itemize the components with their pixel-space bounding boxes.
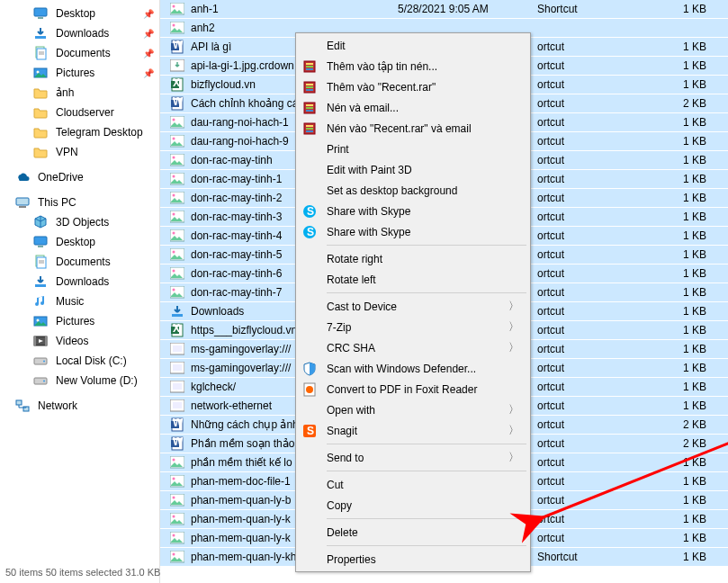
- file-row[interactable]: anh-15/28/2021 9:05 AMShortcut1 KB: [160, 0, 728, 19]
- menu-item-rotate-right[interactable]: Rotate right: [298, 248, 528, 269]
- img-icon: [169, 455, 185, 470]
- svg-rect-70: [173, 364, 182, 371]
- menu-item-send-to[interactable]: Send to〉: [298, 447, 528, 468]
- menu-item-rotate-left[interactable]: Rotate left: [298, 269, 528, 290]
- tree-item-new-volume-d-[interactable]: New Volume (D:): [5, 371, 159, 390]
- menu-item-convert-to-pdf-in-foxit-reader[interactable]: Convert to PDF in Foxit Reader: [298, 379, 528, 399]
- context-menu: EditThêm vào tập tin nén...Thêm vào "Rec…: [295, 32, 531, 572]
- img-icon: [169, 474, 185, 489]
- word-icon: W: [169, 436, 185, 451]
- menu-label: Cut: [327, 479, 519, 491]
- word-icon: W: [169, 96, 185, 111]
- menu-item-cast-to-device[interactable]: Cast to Device〉: [298, 296, 528, 317]
- menu-item-n-n-v-email-[interactable]: Nén và email...: [298, 97, 528, 118]
- menu-label: Rotate right: [327, 253, 519, 265]
- tree-item-telegram-desktop[interactable]: Telegram Desktop: [5, 122, 159, 142]
- blank-icon: [300, 297, 319, 317]
- tree-item-3d-objects[interactable]: 3D Objects: [5, 212, 159, 232]
- svg-rect-27: [16, 400, 22, 405]
- tree-item-pictures[interactable]: Pictures: [5, 311, 159, 331]
- menu-item-crc-sha[interactable]: CRC SHA〉: [298, 337, 528, 358]
- chevron-right-icon: 〉: [508, 450, 519, 465]
- chevron-right-icon: 〉: [508, 402, 519, 417]
- rar-icon: [300, 57, 319, 76]
- snagit-icon: S: [300, 421, 319, 441]
- svg-rect-1: [38, 17, 43, 19]
- menu-item-7-zip[interactable]: 7-Zip〉: [298, 317, 528, 337]
- svg-rect-0: [34, 8, 47, 16]
- file-size: 1 KB: [627, 532, 728, 544]
- svg-rect-103: [306, 107, 313, 109]
- pin-icon: 📌: [143, 68, 154, 78]
- tree-item-music[interactable]: Music: [5, 292, 159, 311]
- blank-icon: [300, 181, 319, 201]
- file-type: ortcut: [537, 59, 627, 72]
- menu-item-edit[interactable]: Edit: [298, 35, 528, 56]
- menu-item-th-m-v-o-t-p-tin-n-n-[interactable]: Thêm vào tập tin nén...: [298, 56, 528, 76]
- tree-item-downloads[interactable]: Downloads📌: [5, 23, 159, 43]
- svg-point-90: [173, 534, 175, 537]
- chevron-right-icon: 〉: [508, 423, 519, 438]
- menu-label: CRC SHA: [327, 342, 508, 354]
- drive-icon: [32, 372, 49, 389]
- downloads-icon: [32, 25, 49, 41]
- menu-separator: [327, 292, 526, 293]
- img-icon: [169, 512, 185, 526]
- svg-rect-2: [35, 36, 46, 39]
- videos-icon: [32, 333, 49, 349]
- file-type: ortcut: [537, 211, 627, 223]
- link-icon: [169, 399, 185, 413]
- img-icon: [169, 493, 185, 507]
- nav-tree: Desktop📌Downloads📌Documents📌Pictures📌ảnh…: [0, 0, 160, 583]
- file-size: 1 KB: [627, 305, 728, 318]
- menu-label: Copy: [327, 499, 519, 512]
- menu-item-scan-with-windows-defender-[interactable]: Scan with Windows Defender...: [298, 358, 528, 379]
- svg-point-54: [173, 213, 175, 216]
- tree-item-downloads[interactable]: Downloads: [5, 272, 159, 292]
- tree-item-documents[interactable]: Documents: [5, 252, 159, 272]
- menu-label: Send to: [327, 452, 508, 464]
- menu-label: Nén vào "Recent.rar" và email: [327, 122, 519, 135]
- tree-thispc[interactable]: This PC: [5, 193, 159, 212]
- menu-item-th-m-v-o-recent-rar-[interactable]: Thêm vào "Recent.rar": [298, 76, 528, 97]
- menu-label: Rotate left: [327, 274, 519, 286]
- tree-item-desktop[interactable]: Desktop📌: [5, 4, 159, 23]
- file-size: 1 KB: [627, 324, 728, 336]
- pictures-icon: [32, 313, 49, 329]
- svg-rect-108: [306, 130, 313, 132]
- file-type: ortcut: [537, 135, 627, 148]
- file-list[interactable]: anh-15/28/2021 9:05 AMShortcut1 KBanh2WA…: [160, 0, 728, 583]
- tree-item-desktop[interactable]: Desktop: [5, 232, 159, 252]
- menu-item-cut[interactable]: Cut: [298, 474, 528, 495]
- documents-icon: [32, 45, 49, 61]
- file-date: 5/28/2021 9:05 AM: [398, 3, 537, 15]
- tree-item-vpn[interactable]: VPN: [5, 142, 159, 162]
- tree-item-cloudserver[interactable]: Cloudserver: [5, 103, 159, 122]
- menu-separator: [327, 245, 526, 246]
- menu-item-delete[interactable]: Delete: [298, 522, 528, 543]
- tree-item-local-disk-c-[interactable]: Local Disk (C:): [5, 351, 159, 371]
- tree-item-documents[interactable]: Documents📌: [5, 43, 159, 63]
- menu-item-print[interactable]: Print: [298, 139, 528, 159]
- word-icon: W: [169, 40, 185, 54]
- blank-icon: [300, 270, 319, 290]
- menu-item-snagit[interactable]: SSnagit〉: [298, 420, 528, 441]
- menu-item-share-with-skype[interactable]: SShare with Skype: [298, 201, 528, 221]
- menu-item-set-as-desktop-background[interactable]: Set as desktop background: [298, 180, 528, 201]
- chevron-right-icon: 〉: [508, 340, 519, 355]
- tree-item--nh[interactable]: ảnh: [5, 83, 159, 103]
- rar-icon: [300, 77, 319, 97]
- menu-item-n-n-v-o-recent-rar-v-email[interactable]: Nén vào "Recent.rar" và email: [298, 118, 528, 139]
- blank-icon: [300, 36, 319, 56]
- tree-network[interactable]: Network: [5, 396, 159, 416]
- menu-item-edit-with-paint-3d[interactable]: Edit with Paint 3D: [298, 159, 528, 180]
- tree-item-pictures[interactable]: Pictures📌: [5, 63, 159, 83]
- menu-item-share-with-skype[interactable]: SShare with Skype: [298, 221, 528, 242]
- menu-item-open-with[interactable]: Open with〉: [298, 399, 528, 420]
- menu-item-copy[interactable]: Copy: [298, 495, 528, 516]
- menu-item-properties[interactable]: Properties: [298, 549, 528, 570]
- blank-icon: [300, 338, 319, 358]
- tree-item-videos[interactable]: Videos: [5, 331, 159, 351]
- file-size: 1 KB: [627, 286, 728, 299]
- tree-onedrive[interactable]: OneDrive: [5, 167, 159, 187]
